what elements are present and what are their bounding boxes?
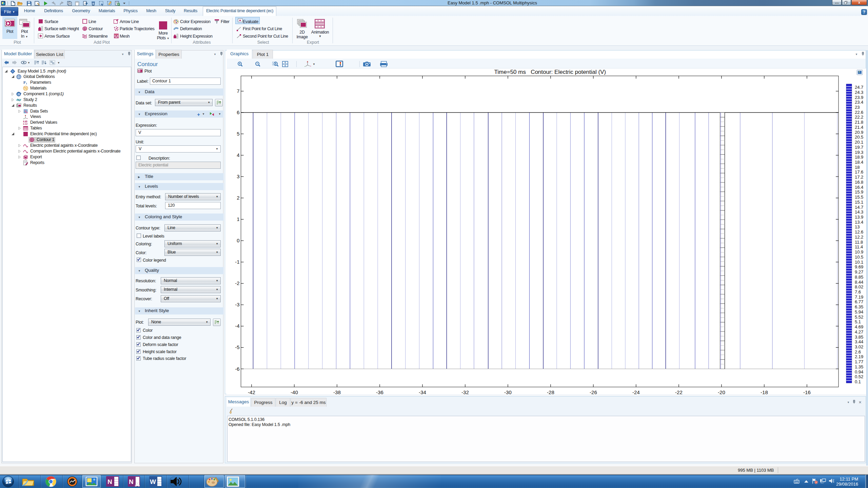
svg-text:-34: -34 [419, 389, 426, 394]
svg-text:15.1: 15.1 [855, 200, 863, 205]
svg-text:5.52: 5.52 [855, 314, 863, 320]
svg-text:18: 18 [855, 165, 860, 170]
svg-text:9.69: 9.69 [855, 264, 863, 269]
svg-text:5.94: 5.94 [855, 309, 863, 314]
svg-text:-6: -6 [235, 366, 239, 372]
svg-text:22.2: 22.2 [855, 115, 863, 120]
svg-text:4.69: 4.69 [855, 324, 863, 329]
svg-text:-36: -36 [376, 389, 383, 394]
svg-text:-4: -4 [235, 323, 239, 329]
svg-text:6: 6 [237, 109, 239, 115]
svg-text:-30: -30 [504, 389, 512, 394]
svg-text:3: 3 [237, 174, 239, 179]
svg-text:19.7: 19.7 [855, 145, 863, 150]
svg-text:7.6: 7.6 [855, 289, 861, 294]
svg-text:24.7: 24.7 [855, 85, 863, 90]
svg-text:16.8: 16.8 [855, 180, 863, 185]
svg-text:-38: -38 [333, 389, 341, 394]
svg-text:1: 1 [237, 216, 239, 222]
svg-text:0.1: 0.1 [855, 379, 861, 384]
svg-text:19.3: 19.3 [855, 150, 863, 155]
svg-text:8.02: 8.02 [855, 284, 863, 289]
svg-text:3.44: 3.44 [855, 339, 863, 344]
svg-text:Time=50 ms Contour: Electric: Time=50 ms Contour: Electric potential (… [494, 69, 606, 75]
svg-text:6.77: 6.77 [855, 299, 863, 304]
svg-text:15.5: 15.5 [855, 195, 863, 200]
svg-text:23.9: 23.9 [855, 95, 863, 100]
svg-text:-26: -26 [590, 389, 597, 394]
svg-text:-24: -24 [632, 389, 640, 394]
svg-text:-1: -1 [235, 259, 239, 265]
svg-text:7.19: 7.19 [855, 294, 863, 300]
svg-text:20.9: 20.9 [855, 130, 863, 135]
svg-text:8.85: 8.85 [855, 274, 863, 280]
svg-text:-40: -40 [291, 389, 298, 394]
svg-text:-18: -18 [761, 389, 768, 394]
svg-text:4: 4 [237, 152, 239, 158]
svg-text:Ω: Ω [18, 93, 20, 96]
svg-text:23: 23 [855, 105, 860, 110]
svg-text:8.85: 8.85 [23, 120, 27, 123]
svg-text:14.7: 14.7 [855, 205, 863, 210]
svg-text:9.27: 9.27 [855, 269, 863, 274]
svg-text:11.8: 11.8 [855, 240, 863, 245]
svg-text:6.35: 6.35 [855, 304, 863, 309]
svg-text:17.6: 17.6 [855, 169, 863, 175]
svg-text:10.5: 10.5 [855, 255, 863, 260]
svg-text:1.35: 1.35 [855, 364, 863, 369]
svg-text:5: 5 [237, 131, 239, 137]
svg-text:21.4: 21.4 [855, 125, 863, 130]
svg-text:2.19: 2.19 [855, 354, 863, 359]
svg-text:16.4: 16.4 [855, 185, 863, 190]
svg-text:17.2: 17.2 [855, 175, 863, 180]
svg-text:12.6: 12.6 [855, 229, 863, 235]
svg-text:1.77: 1.77 [855, 359, 863, 364]
svg-text:11.4: 11.4 [855, 244, 863, 249]
svg-text:20.5: 20.5 [855, 135, 863, 140]
svg-text:i: i [26, 82, 27, 85]
svg-text:22.6: 22.6 [855, 110, 863, 115]
svg-text:e-12: e-12 [23, 123, 27, 125]
svg-text:5.1: 5.1 [855, 319, 861, 324]
svg-text:-16: -16 [803, 389, 811, 394]
svg-text:18.9: 18.9 [855, 155, 863, 160]
svg-text:18.4: 18.4 [855, 160, 863, 165]
svg-text:13.4: 13.4 [855, 220, 863, 225]
svg-text:13: 13 [855, 224, 860, 229]
svg-text:7: 7 [237, 88, 239, 94]
svg-text:0.52: 0.52 [855, 374, 863, 379]
svg-text:-28: -28 [547, 389, 554, 394]
svg-text:23.4: 23.4 [855, 100, 863, 105]
svg-text:P: P [23, 80, 26, 84]
svg-text:2.6: 2.6 [855, 349, 861, 354]
svg-text:0: 0 [237, 238, 239, 243]
svg-text:15.9: 15.9 [855, 189, 863, 195]
svg-text:-42: -42 [248, 389, 255, 394]
svg-text:3.85: 3.85 [855, 334, 863, 340]
svg-text:-22: -22 [675, 389, 683, 394]
svg-text:20.1: 20.1 [855, 140, 863, 145]
svg-text:N: N [129, 478, 134, 485]
svg-text:-32: -32 [461, 389, 469, 394]
svg-text:8.44: 8.44 [855, 280, 863, 285]
svg-text:-5: -5 [235, 344, 239, 350]
svg-text:13.9: 13.9 [855, 215, 863, 220]
svg-text:3.02: 3.02 [855, 344, 863, 349]
svg-text:-20: -20 [718, 389, 725, 394]
svg-text:2: 2 [237, 195, 239, 201]
svg-text:10.1: 10.1 [855, 260, 863, 265]
svg-text:14.3: 14.3 [855, 209, 863, 215]
svg-text:-2: -2 [235, 280, 239, 286]
svg-text:W: W [150, 478, 156, 485]
svg-text:24.3: 24.3 [855, 90, 863, 95]
svg-text:21.8: 21.8 [855, 120, 863, 125]
svg-text:0.94: 0.94 [855, 369, 863, 374]
svg-text:12.2: 12.2 [855, 235, 863, 240]
svg-text:N: N [107, 478, 112, 485]
svg-text:-3: -3 [235, 302, 239, 307]
svg-text:4.27: 4.27 [855, 329, 863, 334]
svg-text:10.9: 10.9 [855, 249, 863, 255]
